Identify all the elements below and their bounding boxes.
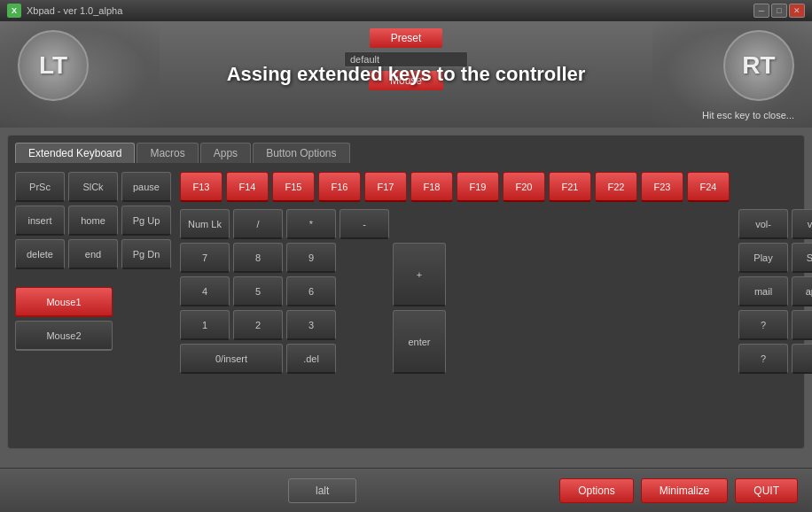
bottom-right: Options Minimalize QUIT [559,478,798,503]
numpad-row-3: 4 5 6 [180,276,730,306]
tab-extended-keyboard[interactable]: Extended Keyboard [15,143,135,163]
special-row-3: delete end Pg Dn [15,239,171,269]
header-area: LT RT Preset default Mouse Assing extend… [0,21,812,128]
mouse-row-2: Mouse2 [15,321,171,351]
key-f20[interactable]: F20 [503,172,545,202]
key-f15[interactable]: F15 [272,172,315,202]
spacer-plus [393,209,446,239]
keyboard-layout: PrSc SlCk pause insert home Pg Up delete… [15,172,797,374]
key-unknown-2[interactable]: ? [738,310,788,340]
tab-macros[interactable]: Macros [137,143,198,163]
options-button[interactable]: Options [559,478,633,503]
key-num2[interactable]: 2 [233,310,283,340]
key-f21[interactable]: F21 [549,172,591,202]
key-num1[interactable]: 1 [180,310,230,340]
key-num7[interactable]: 7 [180,243,230,273]
key-f24[interactable]: F24 [687,172,730,202]
key-play[interactable]: Play [738,243,788,273]
title-bar: X Xbpad - ver 1.0_alpha ─ □ ✕ [0,0,812,21]
preset-button[interactable]: Preset [370,28,443,48]
key-f17[interactable]: F17 [364,172,407,202]
special-row-2: insert home Pg Up [15,206,171,236]
window-title: Xbpad - ver 1.0_alpha [27,5,122,16]
media-spacer [738,172,812,206]
media-row-4: ? ? ? ? [738,310,812,340]
media-row-5: ? ? ? ? [738,344,812,374]
special-keys-block: PrSc SlCk pause insert home Pg Up delete… [15,172,171,374]
tab-bar: Extended Keyboard Macros Apps Button Opt… [15,143,797,163]
key-f23[interactable]: F23 [641,172,683,202]
key-num4[interactable]: 4 [180,276,230,306]
key-unknown-6[interactable]: ? [738,344,788,374]
key-home[interactable]: home [68,206,118,236]
key-numplus[interactable]: + [393,243,446,306]
mouse1-button[interactable]: Mouse1 [15,287,113,317]
lt-badge: LT [18,30,89,101]
media-row-1: vol- vol+ mute media [738,209,812,239]
key-f22[interactable]: F22 [595,172,637,202]
key-f16[interactable]: F16 [318,172,361,202]
minimize-button[interactable]: ─ [753,4,769,18]
tab-button-options[interactable]: Button Options [253,143,349,163]
esc-hint: Hit esc key to close... [702,110,794,120]
key-end[interactable]: end [68,239,118,269]
key-unknown-3[interactable]: ? [792,310,812,340]
close-button[interactable]: ✕ [789,4,805,18]
numpad-block: F13 F14 F15 F16 F17 F18 F19 F20 F21 F22 … [180,172,730,374]
key-numdiv[interactable]: / [233,209,283,239]
key-pgdn[interactable]: Pg Dn [121,239,171,269]
tab-apps[interactable]: Apps [200,143,251,163]
key-vol-down[interactable]: vol- [738,209,788,239]
spacer [15,273,171,283]
key-numlk[interactable]: Num Lk [180,209,230,239]
key-f14[interactable]: F14 [226,172,269,202]
key-mail[interactable]: mail [738,276,788,306]
alt-button[interactable]: lalt [288,478,356,503]
key-delete[interactable]: delete [15,239,65,269]
fkeys-row: F13 F14 F15 F16 F17 F18 F19 F20 F21 F22 … [180,172,730,202]
media-row-2: Play Stop < > [738,243,812,273]
key-unknown-7[interactable]: ? [792,344,812,374]
quit-button[interactable]: QUIT [735,478,798,503]
numpad-row-5: 0/insert .del [180,344,730,374]
key-nummul[interactable]: * [286,209,336,239]
key-numminus[interactable]: - [340,209,389,239]
key-stop[interactable]: Stop [792,243,812,273]
key-pgup[interactable]: Pg Up [121,206,171,236]
media-keys-block: vol- vol+ mute media Play Stop < > mail … [738,172,812,374]
key-prsc[interactable]: PrSc [15,172,65,202]
minimalize-button[interactable]: Minimalize [641,478,729,503]
key-f13[interactable]: F13 [180,172,223,202]
app-icon: X [7,4,21,18]
mouse2-button[interactable]: Mouse2 [15,321,113,351]
key-slck[interactable]: SlCk [68,172,118,202]
special-row-1: PrSc SlCk pause [15,172,171,202]
key-insert[interactable]: insert [15,206,65,236]
key-num3[interactable]: 3 [286,310,336,340]
title-bar-controls: ─ □ ✕ [753,4,805,18]
key-f18[interactable]: F18 [410,172,453,202]
mouse-row-1: Mouse1 [15,287,171,317]
key-dotdel[interactable]: .del [286,344,336,374]
header-title: Assing extended keys to the controller [227,63,586,86]
bottom-bar: lalt Options Minimalize QUIT [0,468,812,512]
key-f19[interactable]: F19 [457,172,499,202]
bottom-center: lalt [288,478,356,503]
key-num9[interactable]: 9 [286,243,336,273]
key-vol-up[interactable]: vol+ [792,209,812,239]
key-num6[interactable]: 6 [286,276,336,306]
maximize-button[interactable]: □ [771,4,787,18]
title-bar-left: X Xbpad - ver 1.0_alpha [7,4,122,18]
key-pause[interactable]: pause [121,172,171,202]
media-row-3: mail app1 app2 ? [738,276,812,306]
key-num8[interactable]: 8 [233,243,283,273]
key-app1[interactable]: app1 [792,276,812,306]
key-num5[interactable]: 5 [233,276,283,306]
key-0insert[interactable]: 0/insert [180,344,283,374]
rt-badge: RT [723,30,794,101]
numpad-row-1: Num Lk / * - [180,209,730,239]
main-content: Extended Keyboard Macros Apps Button Opt… [7,135,805,449]
